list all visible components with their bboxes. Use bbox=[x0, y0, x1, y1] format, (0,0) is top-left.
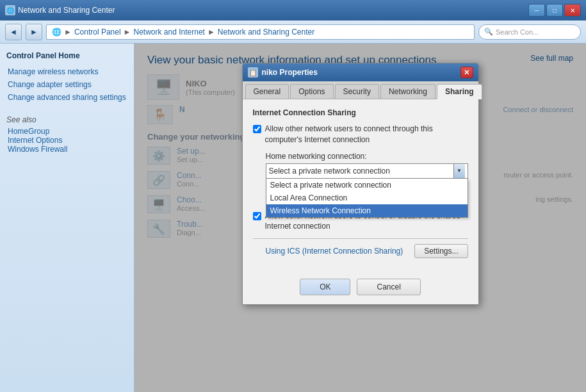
dropdown-arrow-icon: ▼ bbox=[453, 164, 465, 178]
tab-options[interactable]: Options bbox=[290, 84, 333, 99]
cancel-button[interactable]: Cancel bbox=[357, 279, 420, 295]
allow-users-checkbox[interactable] bbox=[253, 125, 261, 133]
dialog-tabs: General Options Security Networking Shar… bbox=[243, 81, 478, 99]
breadcrumb-sharing-center[interactable]: Network and Sharing Center bbox=[218, 28, 314, 37]
search-box[interactable]: 🔍 Search Con... bbox=[478, 24, 581, 40]
sidebar-title: Control Panel Home bbox=[6, 51, 127, 60]
dropdown-option-wifi[interactable]: Wireless Network Connection bbox=[266, 204, 468, 217]
settings-button[interactable]: Settings... bbox=[414, 244, 468, 258]
see-also-section: See also HomeGroup Internet Options Wind… bbox=[6, 115, 127, 154]
dropdown-option-lan[interactable]: Local Area Connection bbox=[266, 192, 468, 204]
window-controls: ─ □ ✕ bbox=[528, 4, 581, 17]
breadcrumb-control-panel[interactable]: Control Panel bbox=[74, 28, 121, 37]
sidebar-item-change-adapter[interactable]: Change adapter settings bbox=[6, 79, 127, 90]
maximize-button[interactable]: □ bbox=[546, 4, 563, 17]
dialog-footer: OK Cancel bbox=[243, 272, 478, 304]
main-window: Control Panel Home Manage wireless netwo… bbox=[0, 44, 586, 392]
tab-general[interactable]: General bbox=[245, 84, 289, 99]
breadcrumb-network-internet[interactable]: Network and Internet bbox=[134, 28, 205, 37]
settings-row: Settings... bbox=[414, 244, 468, 258]
ics-link[interactable]: Using ICS (Internet Connection Sharing) bbox=[266, 247, 403, 256]
dropdown-list: Select a private network connection Loca… bbox=[266, 179, 468, 218]
breadcrumb-icon: 🌐 bbox=[52, 28, 61, 37]
properties-dialog: 📋 niko Properties ✕ General Options Secu… bbox=[242, 63, 479, 305]
dropdown-option-none[interactable]: Select a private network connection bbox=[266, 179, 468, 192]
tab-sharing[interactable]: Sharing bbox=[437, 84, 482, 99]
dialog-title: niko Properties bbox=[262, 68, 457, 77]
network-dropdown[interactable]: Select a private network connection ▼ bbox=[266, 163, 468, 179]
dropdown-wrapper: Select a private network connection ▼ Se… bbox=[266, 163, 468, 179]
window-title: Network and Sharing Center bbox=[18, 6, 115, 15]
address-bar: ◄ ► 🌐 ► Control Panel ► Network and Inte… bbox=[0, 20, 586, 44]
modal-overlay: 📋 niko Properties ✕ General Options Secu… bbox=[134, 44, 586, 392]
dialog-titlebar: 📋 niko Properties ✕ bbox=[243, 63, 478, 81]
divider bbox=[253, 238, 468, 239]
sidebar-item-windows-firewall[interactable]: Windows Firewall bbox=[6, 144, 69, 154]
close-button[interactable]: ✕ bbox=[564, 4, 581, 17]
dialog-close-button[interactable]: ✕ bbox=[460, 67, 473, 78]
forward-button[interactable]: ► bbox=[26, 24, 42, 40]
window-icon: 🌐 bbox=[5, 5, 15, 15]
home-net-label: Home networking connection: bbox=[266, 152, 468, 161]
sidebar-item-manage-wireless[interactable]: Manage wireless networks bbox=[6, 67, 127, 77]
dialog-body: Internet Connection Sharing Allow other … bbox=[243, 99, 478, 272]
checkbox-1-label: Allow other network users to connect thr… bbox=[265, 124, 468, 145]
checkbox-row-1: Allow other network users to connect thr… bbox=[253, 124, 468, 145]
ok-button[interactable]: OK bbox=[300, 279, 350, 295]
address-path[interactable]: 🌐 ► Control Panel ► Network and Internet… bbox=[46, 24, 475, 40]
minimize-button[interactable]: ─ bbox=[528, 4, 545, 17]
content-area: Control Panel Home Manage wireless netwo… bbox=[0, 44, 586, 392]
search-icon: 🔍 bbox=[484, 28, 493, 36]
search-placeholder: Search Con... bbox=[496, 28, 539, 36]
sidebar: Control Panel Home Manage wireless netwo… bbox=[0, 44, 134, 392]
sidebar-item-change-sharing[interactable]: Change advanced sharing settings bbox=[6, 92, 127, 102]
allow-control-checkbox[interactable] bbox=[253, 212, 261, 220]
dropdown-selected-text: Select a private network connection bbox=[269, 167, 453, 176]
window-titlebar: 🌐 Network and Sharing Center ─ □ ✕ bbox=[0, 0, 586, 20]
see-also-title: See also bbox=[6, 115, 127, 124]
dialog-icon: 📋 bbox=[248, 67, 258, 78]
section-title: Internet Connection Sharing bbox=[253, 108, 468, 117]
back-button[interactable]: ◄ bbox=[5, 24, 22, 40]
tab-security[interactable]: Security bbox=[335, 84, 379, 99]
tab-networking[interactable]: Networking bbox=[380, 84, 435, 99]
main-content: View your basic network information and … bbox=[134, 44, 586, 392]
